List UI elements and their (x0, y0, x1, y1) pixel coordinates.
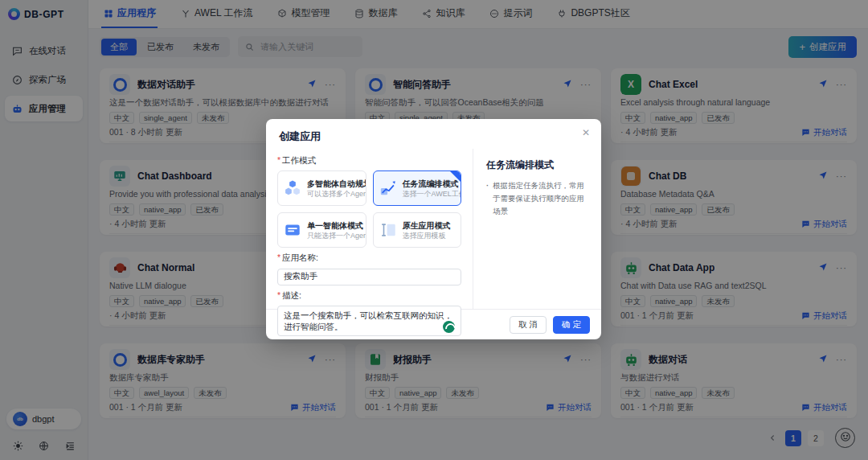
create-app-modal: 创建应用 ✕ *工作模式 多智能体自动规划模式 可以选择多个Agent 任务流编… (266, 119, 601, 339)
mode-card-single-agent[interactable]: 单一智能体模式 只能选择一个Agent (277, 212, 366, 248)
work-mode-options: 多智能体自动规划模式 可以选择多个Agent 任务流编排模式 选择一个AWEL工… (277, 170, 461, 248)
mode-card-multi-agent-auto-plan[interactable]: 多智能体自动规划模式 可以选择多个Agent (277, 170, 366, 206)
required-mark: * (277, 155, 280, 165)
flow-chart-icon (379, 179, 397, 197)
required-mark: * (277, 253, 280, 262)
cancel-button[interactable]: 取 消 (510, 316, 547, 334)
agent-doc-icon (284, 221, 301, 239)
mode-subtitle: 选择一个AWEL工作流 (403, 189, 456, 199)
mode-card-native-app[interactable]: 原生应用模式 选择应用模板 (373, 212, 462, 248)
mode-title: 原生应用模式 (403, 220, 451, 231)
app-name-label: *应用名称: (277, 253, 461, 264)
hexagons-icon (284, 179, 301, 197)
mode-title: 任务流编排模式 (403, 179, 456, 189)
template-cursor-icon (379, 221, 397, 239)
confirm-button[interactable]: 确 定 (553, 316, 590, 334)
required-mark: * (277, 290, 280, 300)
mode-card-task-flow-orchestration[interactable]: 任务流编排模式 选择一个AWEL工作流 (373, 170, 462, 206)
mode-subtitle: 可以选择多个Agent (307, 189, 360, 199)
mode-title: 多智能体自动规划模式 (307, 179, 360, 189)
mode-detail-title: 任务流编排模式 (486, 158, 590, 172)
grammarly-icon[interactable] (443, 321, 455, 333)
mode-detail-description: 根据指定任务流执行，常用于需要保证执行顺序的应用场景 (486, 179, 590, 218)
modal-title: 创建应用 (279, 130, 321, 142)
work-mode-label: *工作模式 (277, 155, 461, 166)
close-icon[interactable]: ✕ (582, 128, 590, 138)
mode-subtitle: 选择应用模板 (403, 231, 451, 240)
description-textarea[interactable]: 这是一个搜索助手，可以检索互联网的知识，进行智能问答。 (277, 306, 461, 336)
description-label: *描述: (277, 290, 461, 302)
app-root: DB-GPT 在线对话 探索广场 应用管理 db dbgpt 应用程序 AWEL… (0, 0, 868, 460)
app-name-input[interactable] (277, 269, 461, 285)
mode-subtitle: 只能选择一个Agent (307, 231, 360, 240)
mode-title: 单一智能体模式 (307, 220, 360, 231)
